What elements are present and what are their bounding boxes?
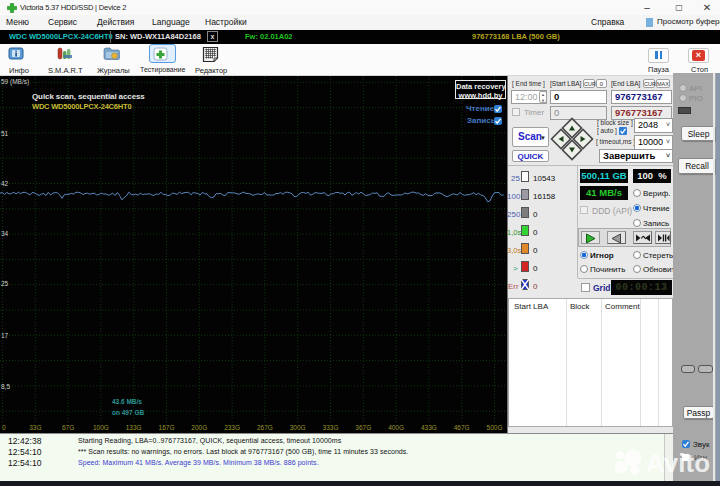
svg-text:Avito: Avito <box>646 448 710 478</box>
